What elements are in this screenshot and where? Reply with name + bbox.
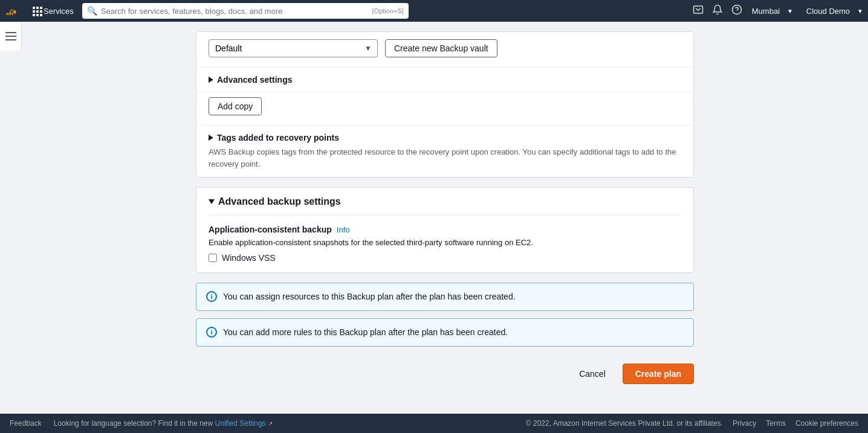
action-row: Cancel Create plan [196,354,694,394]
tags-header-label: Tags added to recovery points [217,133,339,143]
top-navigation: aws Services 🔍 [Option+S] [0,0,868,22]
info-link[interactable]: Info [337,225,350,234]
add-copy-section: Add copy [196,92,693,125]
aws-logo[interactable]: aws [5,5,24,17]
info-icon-2: i [206,327,217,338]
footer-unified-settings: Looking for language selection? Find it … [54,419,526,428]
advanced-backup-card: Advanced backup settings Application-con… [196,187,694,273]
feedback-link[interactable]: Feedback [10,419,42,428]
unified-settings-link[interactable]: Unified Settings [215,419,266,428]
advanced-backup-header-label: Advanced backup settings [218,196,341,207]
info-banner-1: i You can assign resources to this Backu… [196,283,694,311]
backup-vault-card: Default ▼ Create new Backup vault Advanc… [196,31,694,178]
account-arrow: ▼ [857,8,863,14]
footer-copyright: © 2022, Amazon Internet Services Private… [526,419,723,428]
external-link-icon: ↗ [268,420,273,427]
vault-row: Default ▼ Create new Backup vault [196,32,693,67]
footer-right: © 2022, Amazon Internet Services Private… [526,419,858,428]
svg-text:aws: aws [6,11,14,16]
create-plan-button[interactable]: Create plan [623,364,694,384]
region-selector[interactable]: Mumbai [748,4,783,18]
search-icon: 🔍 [87,6,97,16]
info-banner-1-text: You can assign resources to this Backup … [223,290,516,303]
advanced-settings-toggle[interactable]: Advanced settings [196,68,693,92]
search-bar[interactable]: 🔍 [Option+S] [82,3,409,19]
triangle-right-icon [209,77,213,83]
vault-select-wrapper: Default ▼ [209,39,378,57]
cancel-button[interactable]: Cancel [569,364,615,383]
region-arrow: ▼ [787,8,793,14]
tags-triangle-icon [209,135,213,141]
info-banner-2-text: You can add more rules to this Backup pl… [223,326,508,339]
advanced-backup-body: Application-consistent backup Info Enabl… [196,215,693,272]
advanced-settings-label: Advanced settings [217,75,292,85]
cookie-link[interactable]: Cookie preferences [795,419,858,428]
vault-select[interactable]: Default [209,39,378,57]
add-copy-button[interactable]: Add copy [209,97,262,115]
nav-right: Mumbai▼ Cloud Demo▼ [690,2,863,20]
search-shortcut: [Option+S] [372,7,404,14]
tags-description: AWS Backup copies tags from the protecte… [209,146,681,170]
grid-icon [33,7,41,15]
notifications-icon[interactable] [710,2,725,20]
info-banner-2: i You can add more rules to this Backup … [196,318,694,347]
tags-section: Tags added to recovery points AWS Backup… [196,126,693,177]
cloud-shell-icon[interactable] [690,2,706,20]
advanced-backup-toggle[interactable]: Advanced backup settings [196,188,693,214]
help-icon[interactable] [729,2,745,20]
app-consistent-description: Enable application-consistent snapshots … [209,238,681,247]
hamburger-icon [5,32,16,40]
windows-vss-label[interactable]: Windows VSS [222,253,276,263]
sidebar-toggle[interactable] [0,22,22,51]
triangle-down-icon [209,199,215,204]
terms-link[interactable]: Terms [766,419,786,428]
create-vault-button[interactable]: Create new Backup vault [385,39,497,57]
app-consistent-row: Application-consistent backup Info [209,225,681,234]
account-selector[interactable]: Cloud Demo [803,4,853,18]
footer: Feedback Looking for language selection?… [0,414,868,433]
privacy-link[interactable]: Privacy [733,419,756,428]
info-icon-1: i [206,291,217,302]
services-label: Services [44,7,74,16]
windows-vss-row: Windows VSS [209,253,681,263]
tags-header-toggle[interactable]: Tags added to recovery points [209,133,681,143]
app-consistent-label: Application-consistent backup [209,225,332,234]
services-menu[interactable]: Services [29,4,77,18]
search-input[interactable] [101,7,369,16]
svg-rect-1 [693,6,702,13]
windows-vss-checkbox[interactable] [209,254,217,262]
